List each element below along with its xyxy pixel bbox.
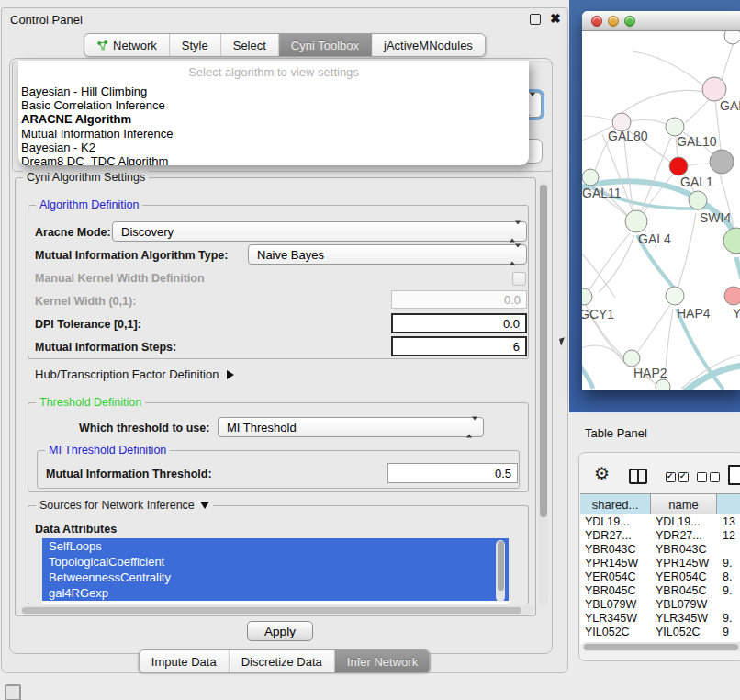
table-header-row[interactable]: shared...name [580,493,740,515]
algorithm-option-bayesian-k2[interactable]: Bayesian - K2 [18,141,529,154]
mi-steps-field[interactable]: 6 [391,336,527,356]
attribute-item-topologicalcoefficient[interactable]: TopologicalCoefficient [42,554,509,570]
data-attributes-list[interactable]: SelfLoopsTopologicalCoefficientBetweenne… [42,538,509,604]
network-nodes[interactable]: GALGAL80GAL10GAL1GAL11SWI4GAL4YHAP4GCY1H… [582,31,740,390]
table-cell: YBR043C [651,543,717,556]
network-node-swi4[interactable] [689,191,707,209]
column-header-shared[interactable]: shared... [580,494,651,514]
table-row[interactable]: YIL052CYIL052C9 [580,625,740,638]
table-row[interactable]: YDR27...YDR27...12 [580,528,740,542]
table-scrollbar-horizontal[interactable] [582,642,740,651]
close-window-icon[interactable] [591,16,602,27]
table-cell: YIL052C [651,626,717,638]
algorithm-option-bayesian-hill-climbing[interactable]: Bayesian - Hill Climbing [18,85,529,98]
column-header-name[interactable]: name [651,494,717,514]
table-row[interactable]: YDL19...YDL19...13 [580,514,740,528]
node-label: GAL [720,98,740,113]
table-row[interactable]: YBL079WYBL079W [580,597,740,611]
settings-gear-icon[interactable]: ⚙ [594,465,610,482]
column-layout-icon[interactable] [629,469,647,484]
network-view-window: GALGAL80GAL10GAL1GAL11SWI4GAL4YHAP4GCY1H… [582,11,740,390]
tab-select[interactable]: Select [221,34,279,56]
float-panel-icon[interactable] [5,684,21,700]
network-node[interactable] [723,228,740,254]
manual-kernel-checkbox[interactable] [512,272,526,286]
tab-network[interactable]: Network [84,34,170,56]
tab-style[interactable]: Style [170,34,221,56]
network-node-hap2[interactable] [623,350,640,367]
mi-threshold-field[interactable]: 0.5 [387,463,518,483]
kernel-width-field[interactable]: 0.0 [391,290,527,309]
expand-triangle-icon[interactable] [227,370,234,379]
dpi-tolerance-label: DPI Tolerance [0,1]: [35,318,141,331]
aracne-mode-combobox[interactable]: Discovery [112,221,527,242]
table-cell: 9. [717,557,740,570]
tab-infer-network[interactable]: Infer Network [335,650,430,672]
algorithm-option-aracne-algorithm[interactable]: ARACNE Algorithm [18,112,529,126]
settings-scrollbar-horizontal[interactable] [20,605,534,615]
network-node[interactable] [710,150,734,174]
control-panel-tabbar: NetworkStyleSelectCyni ToolboxjActiveMNo… [84,33,486,57]
data-attributes-label: Data Attributes [35,523,117,536]
column-header-item[interactable] [717,494,740,514]
table-cell: YIL052C [580,626,651,638]
network-node-gal1[interactable] [669,157,688,175]
node-label: HAP2 [633,366,667,380]
network-node[interactable] [656,379,670,390]
tab-impute-data[interactable]: Impute Data [140,650,230,672]
settings-scrollbar-vertical[interactable] [538,181,548,605]
network-node-gal11[interactable] [582,169,599,186]
tab-jactivemnodules[interactable]: jActiveMNodules [372,34,485,56]
zoom-window-icon[interactable] [624,16,635,27]
kernel-width-label: Kernel Width (0,1): [35,295,136,308]
table-row[interactable]: YBR043CYBR043C [580,542,740,556]
dpi-tolerance-field[interactable]: 0.0 [391,313,527,333]
network-node-y[interactable] [724,287,740,305]
close-panel-icon[interactable]: ✖ [550,12,561,25]
mi-algorithm-type-combobox[interactable]: Naive Bayes [248,244,527,265]
sources-title-text: Sources for Network Inference [39,499,195,512]
algorithm-option-basic-correlation-inference[interactable]: Basic Correlation Inference [18,98,529,112]
network-node-hap4[interactable] [666,287,684,305]
table-row[interactable]: YPR145WYPR145W9. [580,556,740,570]
network-node[interactable] [724,31,740,44]
algorithm-options-list: Bayesian - Hill ClimbingBasic Correlatio… [18,85,529,165]
which-threshold-combobox[interactable]: MI Threshold [218,417,484,437]
table-body[interactable]: YDL19...YDL19...13YDR27...YDR27...12YBR0… [580,514,740,644]
float-window-icon[interactable] [530,14,541,25]
select-all-checkboxes-icon[interactable] [666,472,689,482]
table-cell: YBR045C [651,584,717,597]
network-window-titlebar[interactable] [582,11,740,31]
tab-discretize-data[interactable]: Discretize Data [230,650,335,672]
table-row[interactable]: YER054CYER054C8. [580,570,740,583]
attribute-item-selfloops[interactable]: SelfLoops [42,538,509,554]
hub-definition-row[interactable]: Hub/Transcription Factor Definition [35,367,234,381]
apply-button[interactable]: Apply [247,621,313,641]
collapse-triangle-icon[interactable] [200,502,209,509]
algorithm-option-dream8-dc-tdc-algorithm[interactable]: Dream8 DC_TDC Algorithm [18,154,529,165]
bottom-tabbar: Impute DataDiscretize DataInfer Network [139,649,431,673]
minimize-window-icon[interactable] [608,16,619,27]
mi-threshold-label: Mutual Information Threshold: [46,468,212,480]
table-cell: YER054C [651,570,717,583]
network-node-gcy1[interactable] [582,288,592,305]
table-cell: YDR27... [651,529,717,542]
new-table-icon[interactable] [728,465,740,485]
deselect-all-checkboxes-icon[interactable] [697,472,720,482]
table-row[interactable]: YLR345WYLR345W9. [580,611,740,625]
tab-cyni-toolbox[interactable]: Cyni Toolbox [279,34,372,56]
table-cell: YDL19... [651,515,717,528]
attribute-item-gal4rgexp[interactable]: gal4RGexp [42,585,509,601]
table-cell: 12 [717,529,740,542]
mi-algorithm-type-value: Naive Bayes [257,248,324,262]
algorithm-dropdown-popup: Select algorithm to view settings Bayesi… [18,61,529,165]
attributes-scrollbar[interactable] [496,540,505,602]
network-node-gal10[interactable] [666,118,684,136]
attribute-item-betweennesscentrality[interactable]: BetweennessCentrality [42,570,509,585]
table-cell: YLR345W [651,612,717,625]
table-row[interactable]: YBR045CYBR045C9. [580,583,740,597]
node-label: GAL10 [677,134,717,149]
network-canvas[interactable]: GALGAL80GAL10GAL1GAL11SWI4GAL4YHAP4GCY1H… [582,31,740,390]
algorithm-option-mutual-information-inference[interactable]: Mutual Information Inference [18,127,529,141]
network-node-gal4[interactable] [625,210,647,232]
